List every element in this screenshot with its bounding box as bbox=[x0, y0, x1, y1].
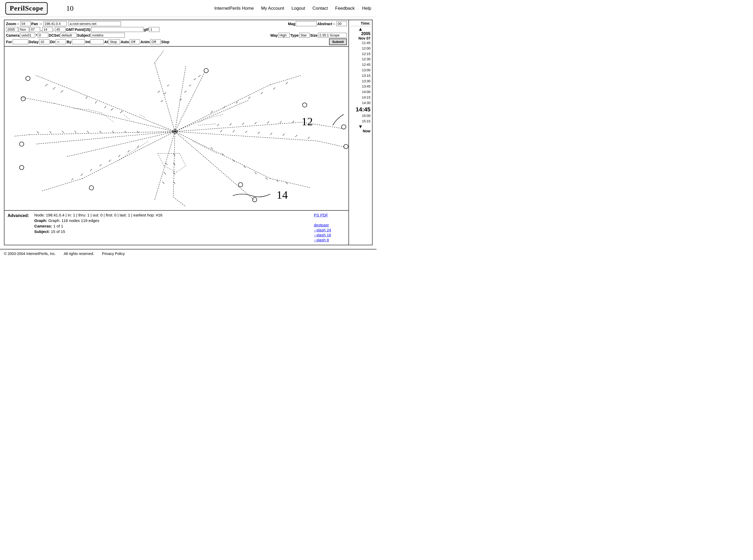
svg-line-22 bbox=[158, 91, 160, 93]
svg-line-123 bbox=[158, 154, 164, 166]
anim-input[interactable] bbox=[150, 39, 161, 44]
svg-line-38 bbox=[286, 82, 288, 84]
abstract-input[interactable] bbox=[336, 21, 347, 26]
min-input[interactable] bbox=[55, 27, 65, 32]
timeline-entry-1500[interactable]: 15:00 bbox=[356, 113, 370, 119]
svg-line-94 bbox=[81, 174, 82, 176]
svg-line-76 bbox=[155, 132, 175, 200]
point-input[interactable] bbox=[91, 27, 143, 32]
logout-link[interactable]: Logout bbox=[292, 6, 305, 11]
dir-input[interactable] bbox=[56, 39, 66, 44]
day-input[interactable] bbox=[30, 27, 40, 32]
slash24-link[interactable]: --slash 24 bbox=[314, 228, 331, 232]
timeline-entry-1345[interactable]: 13:45 bbox=[356, 84, 370, 89]
delay-input[interactable] bbox=[39, 39, 50, 44]
svg-line-107 bbox=[62, 131, 64, 133]
timeline-entry-1230[interactable]: 12:30 bbox=[356, 57, 370, 62]
timeline-entry-1300[interactable]: 13:00 bbox=[356, 67, 370, 73]
svg-line-19 bbox=[161, 100, 163, 102]
privacy-policy-link[interactable]: Privacy Policy bbox=[102, 252, 125, 256]
svg-line-10 bbox=[61, 91, 63, 93]
svg-line-63 bbox=[175, 132, 255, 200]
time-down-arrow[interactable]: ▼ bbox=[350, 124, 370, 129]
svg-point-97 bbox=[19, 165, 24, 170]
svg-line-86 bbox=[42, 178, 82, 191]
star-input[interactable] bbox=[38, 33, 48, 38]
svg-line-25 bbox=[189, 85, 191, 86]
for-input[interactable] bbox=[13, 39, 28, 44]
camera-label: Camera bbox=[6, 33, 19, 38]
slash8-link[interactable]: --slash 8 bbox=[314, 238, 329, 242]
zoom-input[interactable] bbox=[20, 21, 31, 26]
timeline-entry-1145[interactable]: 11:45 bbox=[356, 40, 370, 46]
submit-button[interactable]: Submit bbox=[329, 39, 347, 45]
type-input[interactable] bbox=[299, 33, 310, 38]
size-label: Size bbox=[310, 33, 317, 38]
main-content: Zoom↔ Pan ↔ Mag Abstract↔ , : G bbox=[0, 17, 376, 248]
int-input[interactable] bbox=[91, 39, 103, 44]
at-input[interactable] bbox=[109, 39, 120, 44]
pan-input[interactable] bbox=[43, 21, 67, 26]
timeline-entry-1415[interactable]: 14:15 bbox=[356, 95, 370, 100]
help-link[interactable]: Help bbox=[362, 6, 371, 11]
svg-point-60 bbox=[344, 144, 348, 149]
timeline-entry-1315[interactable]: 13:15 bbox=[356, 73, 370, 79]
gtf-input[interactable] bbox=[149, 27, 159, 32]
timeline-entries: 11:4512:0012:1512:3012:4513:0013:1513:30… bbox=[356, 40, 370, 124]
comma-sep: , bbox=[41, 27, 42, 32]
control-row-1: Zoom↔ Pan ↔ Mag Abstract↔ bbox=[6, 21, 347, 26]
graph-area: 12 14 bbox=[4, 47, 348, 210]
star-label: * bbox=[36, 33, 37, 38]
svg-line-54 bbox=[258, 132, 259, 134]
mag-input[interactable] bbox=[296, 21, 317, 26]
slash16-link[interactable]: --slash 16 bbox=[314, 233, 331, 237]
logo-text: PerilScope bbox=[10, 4, 43, 12]
year-input[interactable] bbox=[6, 27, 18, 32]
dcset-input[interactable] bbox=[60, 33, 77, 38]
svg-point-39 bbox=[303, 103, 307, 107]
svg-line-87 bbox=[67, 132, 175, 157]
host-input[interactable] bbox=[69, 21, 121, 26]
svg-line-49 bbox=[280, 121, 282, 123]
camera-input[interactable] bbox=[20, 33, 35, 38]
subject-count-info: Subject: 15 of 15 bbox=[34, 229, 309, 234]
svg-line-9 bbox=[120, 111, 123, 113]
timeline-entry-1330[interactable]: 13:30 bbox=[356, 79, 370, 84]
month-input[interactable] bbox=[19, 27, 29, 32]
svg-line-2 bbox=[36, 75, 67, 88]
ps-pdf-link[interactable]: PS PDF bbox=[314, 213, 328, 217]
hour-input[interactable] bbox=[42, 27, 53, 32]
network-graph: 12 14 bbox=[4, 47, 348, 210]
auto-input[interactable] bbox=[130, 39, 140, 44]
timeline-entry-1200[interactable]: 12:00 bbox=[356, 46, 370, 52]
time-up-arrow[interactable]: ▲ bbox=[350, 27, 370, 32]
svg-line-67 bbox=[244, 166, 246, 168]
annotation-10: 10 bbox=[66, 4, 73, 13]
timeline-entry-1445[interactable]: 14:45 bbox=[356, 106, 370, 114]
svg-line-26 bbox=[194, 78, 196, 80]
timeline-entry-1215[interactable]: 12:15 bbox=[356, 52, 370, 57]
subject-input[interactable] bbox=[91, 33, 125, 38]
svg-line-36 bbox=[261, 92, 263, 94]
by-input[interactable] bbox=[72, 39, 85, 44]
svg-line-110 bbox=[101, 113, 114, 122]
home-link[interactable]: InternetPerils Home bbox=[214, 6, 254, 11]
timeline-entry-1515[interactable]: 15:15 bbox=[356, 119, 370, 124]
timeline-entry-1430[interactable]: 14:30 bbox=[356, 100, 370, 106]
feedback-link[interactable]: Feedback bbox=[335, 6, 355, 11]
size-input[interactable] bbox=[318, 33, 347, 38]
control-row-2: , : GMT Point(15) gtf bbox=[6, 27, 347, 32]
contact-link[interactable]: Contact bbox=[312, 6, 328, 11]
svg-line-102 bbox=[124, 131, 127, 133]
svg-line-100 bbox=[36, 132, 175, 144]
my-account-link[interactable]: My Account bbox=[261, 6, 284, 11]
timeline-entry-1400[interactable]: 14:00 bbox=[356, 89, 370, 95]
destpast-link[interactable]: destpast bbox=[314, 223, 329, 227]
timeline-now[interactable]: Now bbox=[350, 129, 370, 133]
svg-line-44 bbox=[217, 124, 219, 126]
way-input[interactable] bbox=[278, 33, 290, 38]
svg-line-126 bbox=[179, 154, 186, 166]
int-label: Int bbox=[85, 40, 90, 44]
copyright-text: © 2003-2004 InternetPerils, Inc. bbox=[4, 252, 56, 256]
timeline-entry-1245[interactable]: 12:45 bbox=[356, 62, 370, 67]
